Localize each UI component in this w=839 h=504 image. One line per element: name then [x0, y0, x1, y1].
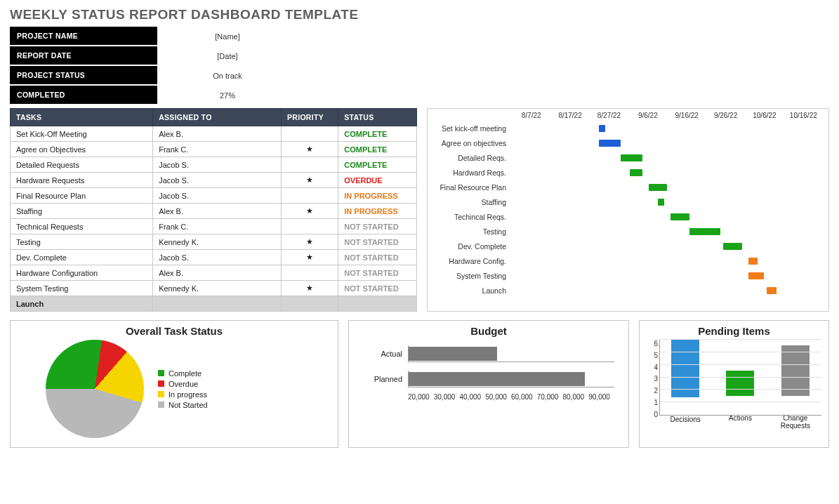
assigned-cell: Jacob S.: [153, 157, 282, 173]
gantt-date: 9/16/22: [668, 112, 706, 119]
summary-value: On track: [157, 66, 298, 86]
gantt-row: Hardward Reqs.: [428, 165, 823, 180]
status-cell: NOT STARTED: [338, 265, 417, 281]
gantt-row: Hardware Config.: [428, 253, 823, 268]
task-cell: Dev. Complete: [11, 250, 153, 265]
pie-graphic: [46, 340, 144, 438]
assigned-cell: Frank C.: [153, 219, 282, 234]
status-cell: OVERDUE: [338, 173, 417, 188]
task-cell: Testing: [11, 234, 153, 250]
chart-title: Budget: [356, 325, 621, 337]
gantt-bar: [748, 272, 764, 279]
column-header: ASSIGNED TO: [153, 109, 282, 126]
gantt-label: Staffing: [428, 198, 512, 206]
assigned-cell: Kennedy K.: [153, 234, 282, 250]
column-header: STATUS: [338, 109, 417, 126]
table-row: Detailed Requests Jacob S. COMPLETE: [11, 157, 417, 173]
priority-cell: [281, 188, 338, 204]
gantt-label: Hardward Reqs.: [428, 168, 512, 177]
tasks-table-panel: TASKSASSIGNED TOPRIORITYSTATUS Set Kick-…: [10, 108, 417, 312]
gantt-row: Staffing: [428, 194, 823, 209]
gantt-row: Testing: [428, 224, 823, 239]
gantt-row: Final Resource Plan: [428, 180, 823, 194]
status-cell: COMPLETE: [338, 126, 417, 142]
task-cell: Set Kick-Off Meeting: [11, 126, 153, 142]
task-cell: System Testing: [11, 281, 153, 296]
summary-value: [Name]: [157, 27, 298, 46]
assigned-cell: Alex B.: [153, 265, 282, 281]
task-cell: Hardware Requests: [11, 173, 153, 188]
summary-label: REPORT DATE: [10, 46, 157, 66]
gantt-date: 8/27/22: [590, 112, 628, 119]
table-row: Set Kick-Off Meeting Alex B. COMPLETE: [11, 126, 417, 142]
gantt-date: 8/7/22: [512, 112, 550, 119]
task-cell: Detailed Requests: [11, 157, 153, 173]
assigned-cell: Jacob S.: [153, 173, 282, 188]
priority-cell: ★: [281, 173, 338, 188]
summary-value: [Date]: [157, 46, 298, 66]
table-row: Testing Kennedy K. ★ NOT STARTED: [11, 234, 417, 250]
summary-block: PROJECT NAMEREPORT DATEPROJECT STATUSCOM…: [10, 27, 829, 105]
priority-cell: ★: [281, 204, 338, 219]
legend-item: Not Started: [158, 401, 208, 409]
table-row: Dev. Complete Jacob S. ★ NOT STARTED: [11, 250, 417, 265]
assigned-cell: Kennedy K.: [153, 281, 282, 296]
legend-item: Complete: [158, 369, 208, 378]
status-cell: IN PROGRESS: [338, 188, 417, 204]
gantt-label: Techincal Reqs.: [428, 213, 512, 221]
pending-items-chart: Pending Items 6543210 Decisions Actions …: [639, 320, 829, 448]
status-cell: NOT STARTED: [338, 281, 417, 296]
gantt-date: 8/17/22: [550, 112, 589, 119]
budget-bar: [409, 347, 497, 361]
priority-cell: [281, 157, 338, 173]
assigned-cell: Alex B.: [153, 126, 282, 142]
gantt-date: 9/6/22: [628, 112, 667, 119]
assigned-cell: Alex B.: [153, 204, 282, 219]
budget-axis: 20,00030,00040,00050,00060,00070,00080,0…: [408, 393, 614, 401]
gantt-row: System Testing: [428, 268, 823, 283]
gantt-chart: 8/7/228/17/228/27/229/6/229/16/229/26/22…: [427, 108, 829, 312]
priority-cell: [281, 126, 338, 142]
status-cell: COMPLETE: [338, 142, 417, 157]
column-header: TASKS: [11, 109, 153, 126]
gantt-date: 10/6/22: [745, 112, 784, 119]
gantt-row: Detailed Reqs.: [428, 150, 823, 165]
legend-item: Overdue: [158, 380, 208, 388]
table-row: Staffing Alex B. ★ IN PROGRESS: [11, 204, 417, 219]
gantt-label: Launch: [428, 286, 512, 295]
chart-title: Pending Items: [647, 325, 821, 337]
status-cell: COMPLETE: [338, 157, 417, 173]
gantt-row: Set kick-off meeting: [428, 121, 823, 135]
table-row: System Testing Kennedy K. ★ NOT STARTED: [11, 281, 417, 296]
summary-label: COMPLETED: [10, 86, 157, 105]
table-row: Final Resource Plan Jacob S. IN PROGRESS: [11, 188, 417, 204]
task-cell: Staffing: [11, 204, 153, 219]
gantt-label: Dev. Complete: [428, 242, 512, 251]
pending-label: Actions: [729, 414, 752, 431]
gantt-bar: [689, 228, 720, 235]
gantt-label: Final Resource Plan: [428, 183, 512, 192]
priority-cell: ★: [281, 142, 338, 157]
summary-label: PROJECT NAME: [10, 27, 157, 46]
gantt-bar: [599, 140, 621, 147]
table-row: Hardware Requests Jacob S. ★ OVERDUE: [11, 173, 417, 188]
gantt-bar: [621, 154, 642, 161]
gantt-row: Techincal Reqs.: [428, 209, 823, 224]
gantt-bar: [723, 243, 742, 250]
page-title: WEEKLY STATUS REPORT DASHBOARD TEMPLATE: [10, 7, 829, 22]
priority-cell: ★: [281, 250, 338, 265]
gantt-bar: [649, 184, 668, 191]
gantt-label: Detailed Reqs.: [428, 154, 512, 162]
gantt-bar: [670, 213, 689, 220]
status-cell: NOT STARTED: [338, 219, 417, 234]
gantt-bar: [748, 258, 758, 265]
gantt-date: 9/26/22: [706, 112, 745, 119]
status-cell: IN PROGRESS: [338, 204, 417, 219]
budget-label: Planned: [363, 375, 402, 383]
gantt-label: Testing: [428, 227, 512, 236]
budget-row: Planned: [363, 366, 614, 392]
priority-cell: ★: [281, 281, 338, 296]
gantt-bar: [630, 169, 642, 176]
budget-label: Actual: [363, 350, 402, 358]
table-row: Agree on Objectives Frank C. ★ COMPLETE: [11, 142, 417, 157]
